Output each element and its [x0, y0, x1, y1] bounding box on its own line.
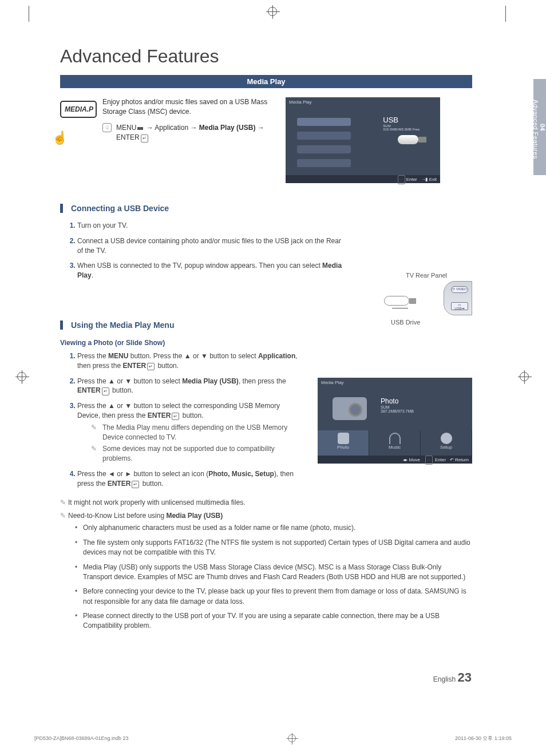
ss1-tag: Media Play [289, 100, 312, 105]
media-tabs: Photo Music Setup [318, 430, 472, 456]
usb-drive-graphic [383, 296, 417, 314]
enter-icon: ↵ [102, 387, 109, 395]
list-item: Only alphanumeric characters must be use… [83, 523, 472, 533]
rear-panel-graphic: ⟳ VIDEO ▭USB⬌ [444, 281, 472, 315]
menu-navigation-path: ☟ MENU → Application → Media Play (USB) … [102, 123, 278, 143]
remote-button-graphic: MEDIA.P ☝ [60, 97, 97, 145]
step-2: Connect a USB device containing photo an… [77, 236, 346, 256]
path-application: Application [155, 124, 188, 132]
intro-left: MEDIA.P ☝ Enjoy photos and/or music file… [60, 97, 278, 183]
page-title: Advanced Features [60, 46, 472, 67]
ss1-enter: Enter [406, 177, 417, 182]
need-to-know-list: Only alphanumeric characters must be use… [60, 523, 472, 631]
photo-title: Photo [381, 397, 414, 405]
note-icon: ✎ [60, 511, 66, 521]
photo-sum: SUM [381, 405, 414, 409]
photo-free: 387.2MB/973.7MB [381, 409, 414, 413]
print-file: [PD530-ZA]BN68-03689A-01Eng.indb 23 [34, 735, 129, 741]
enter-icon: ↵ [425, 456, 433, 465]
note-icon: ✎ [91, 444, 97, 454]
page-footer: English 23 [433, 670, 472, 685]
mediap-button-label: MEDIA.P [60, 101, 97, 118]
step-1: Turn on your TV. [77, 221, 346, 231]
list-item: The file system only supports FAT16/32 (… [83, 538, 472, 558]
usb-info: USB SUM 315.0MB/495.0MB Free [383, 116, 420, 131]
registration-mark-icon [17, 372, 26, 381]
section-bar: Media Play [60, 75, 472, 88]
video-port: ⟳ VIDEO [451, 286, 468, 293]
tab-music: Music [369, 430, 421, 456]
menu-bars-icon [137, 127, 143, 129]
exit-icon: →▮ [421, 177, 428, 182]
step-3: When USB is connected to the TV, popup w… [77, 261, 346, 280]
crop-mark [29, 6, 29, 22]
path-enter: ENTER [116, 133, 140, 141]
intro-row: MEDIA.P ☝ Enjoy photos and/or music file… [60, 97, 472, 183]
ss2-tag: Media Play [321, 380, 344, 385]
registration-mark-icon [520, 372, 529, 381]
path-menu: MENU [116, 124, 136, 132]
media-play-screenshot-2: Media Play Photo SUM 387.2MB/973.7MB Pho… [318, 378, 472, 464]
usb-stick-icon [392, 133, 426, 147]
print-footer: [PD530-ZA]BN68-03689A-01Eng.indb 23 2011… [34, 734, 512, 742]
menu-steps: Press the MENU button. Press the ▲ or ▼ … [60, 351, 300, 489]
enter-icon: ↵ [132, 481, 139, 488]
list-item: Before connecting your device to the TV,… [83, 587, 472, 607]
usb-title: USB [383, 116, 420, 124]
chapter-label: Advanced Features [532, 84, 539, 175]
note-icon: ✎ [60, 498, 66, 508]
page-content: Advanced Features Media Play MEDIA.P ☝ E… [60, 46, 472, 636]
ss1-exit: Exit [429, 177, 437, 182]
chapter-number: 04 [539, 84, 546, 172]
device-row [297, 159, 351, 167]
usb-port: ▭USB⬌ [451, 302, 468, 310]
photo-tab-icon [338, 433, 349, 444]
rear-panel-diagram: TV Rear Panel ⟳ VIDEO ▭USB⬌ USB Drive [381, 272, 472, 279]
page-number: 23 [458, 670, 472, 684]
hand-icon: ☝ [52, 130, 97, 145]
media-play-screenshot-1: Media Play Device Name USB SUM 315.0MB/4… [286, 97, 440, 183]
menu-step-1: Press the MENU button. Press the ▲ or ▼ … [77, 351, 300, 371]
step3-note-2: ✎Some devices may not be supported due t… [77, 444, 300, 464]
tab-photo: Photo [318, 430, 369, 456]
setup-tab-icon [441, 433, 452, 444]
footer-lang: English [433, 675, 456, 683]
device-row-selected [297, 118, 351, 126]
menu-step-2: Press the ▲ or ▼ button to select Media … [77, 377, 300, 396]
menu-step-4: Press the ◄ or ► button to select an ico… [77, 469, 300, 489]
rear-panel-label: TV Rear Panel [381, 272, 472, 279]
list-item: Please connect directly to the USB port … [83, 611, 472, 631]
connecting-steps: Turn on your TV. Connect a USB device co… [60, 221, 346, 280]
enter-icon: ↵ [147, 363, 155, 370]
sub-header-viewing: Viewing a Photo (or Slide Show) [60, 339, 472, 347]
move-icon: ◂▸ [403, 457, 407, 462]
usb-drive-label: USB Drive [391, 319, 420, 326]
tab-setup: Setup [421, 430, 472, 456]
photo-info: Photo SUM 387.2MB/973.7MB [381, 397, 414, 413]
note-need-to-know: ✎Need-to-Know List before using Media Pl… [60, 511, 472, 521]
step3-note-1: ✎The Media Play menu differs depending o… [77, 423, 300, 442]
remote-icon: ☟ [102, 123, 112, 132]
intro-text-block: Enjoy photos and/or music files saved on… [102, 97, 278, 143]
chapter-tab: 04 Advanced Features [533, 79, 546, 175]
ss1-footer: ↵Enter →▮ Exit [286, 175, 440, 183]
section-header-connecting: Connecting a USB Device [60, 204, 472, 213]
crop-mark [505, 6, 506, 22]
note-icon: ✎ [91, 423, 97, 433]
usb-free: 315.0MB/495.0MB Free [383, 128, 420, 131]
registration-mark-icon [268, 7, 277, 16]
registration-mark-icon [288, 734, 296, 742]
enter-icon: ↵ [398, 175, 405, 184]
list-item: Media Play (USB) only supports the USB M… [83, 563, 472, 583]
return-icon: ↶ [450, 457, 454, 462]
camera-icon [333, 397, 367, 420]
device-row [297, 132, 351, 140]
ss2-footer: ◂▸ Move ↵ Enter ↶ Return [318, 456, 472, 464]
note-unlicensed: ✎It might not work properly with unlicen… [60, 498, 472, 508]
intro-description: Enjoy photos and/or music files saved on… [102, 97, 278, 117]
print-timestamp: 2011-06-30 오후 1:19:05 [455, 735, 512, 742]
enter-icon: ↵ [141, 134, 148, 143]
menu-step-3: Press the ▲ or ▼ button to select the co… [77, 401, 300, 464]
music-tab-icon [389, 433, 401, 444]
path-mediaplay: Media Play (USB) [199, 124, 256, 132]
